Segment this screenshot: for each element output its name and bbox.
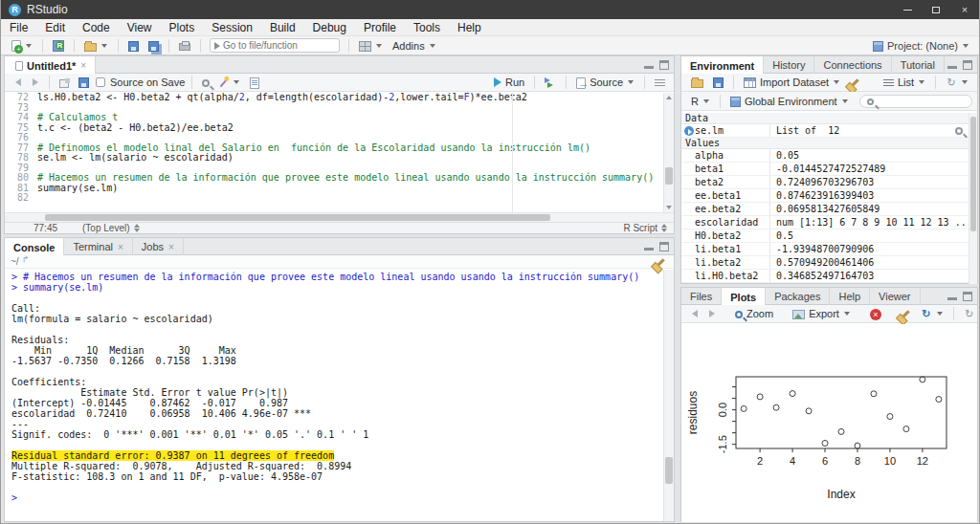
previous-plot-button[interactable] bbox=[686, 305, 703, 322]
zoom-plot-button[interactable]: Zoom bbox=[730, 305, 778, 322]
maximize-pane-icon[interactable] bbox=[963, 292, 972, 301]
export-plot-button[interactable]: Export bbox=[788, 305, 856, 322]
maximize-pane-icon[interactable] bbox=[659, 242, 669, 251]
editor-horizontal-scrollbar[interactable] bbox=[5, 212, 674, 222]
save-all-button[interactable] bbox=[144, 37, 164, 55]
print-button[interactable] bbox=[174, 37, 195, 55]
tab-connections[interactable]: Connections bbox=[814, 56, 891, 74]
compile-report-button[interactable] bbox=[245, 74, 264, 91]
console-scrollbar[interactable] bbox=[663, 270, 674, 521]
clear-plots-button[interactable] bbox=[896, 305, 916, 322]
tab-terminal[interactable]: Terminal× bbox=[64, 238, 132, 255]
editor-vertical-scrollbar[interactable] bbox=[663, 93, 674, 212]
load-workspace-button[interactable] bbox=[686, 74, 708, 91]
open-file-button[interactable] bbox=[79, 37, 113, 55]
environment-variable-row[interactable]: ee.beta10.874623916399403 bbox=[681, 189, 969, 203]
tab-untitled1[interactable]: Untitled1* × bbox=[5, 56, 96, 75]
show-in-window-button[interactable] bbox=[55, 74, 74, 91]
environment-scrollbar[interactable] bbox=[969, 113, 977, 284]
publish-button[interactable]: ↻ bbox=[916, 305, 948, 322]
menu-build[interactable]: Build bbox=[261, 19, 304, 36]
next-plot-button[interactable] bbox=[703, 305, 721, 322]
environment-variable-row[interactable]: ee.beta20.0695813427605849 bbox=[681, 203, 969, 216]
run-button[interactable]: Run bbox=[489, 74, 529, 91]
maximize-pane-icon[interactable] bbox=[963, 60, 972, 70]
document-outline-button[interactable] bbox=[650, 74, 670, 91]
goto-directory-icon[interactable] bbox=[22, 258, 30, 266]
list-view-button[interactable]: List bbox=[879, 74, 930, 91]
environment-variable-row[interactable]: beta1-0.0144527472527489 bbox=[681, 163, 969, 176]
source-button[interactable]: Source bbox=[571, 74, 639, 91]
environment-variable-row[interactable]: escolaridadnum [1:13] 6 7 8 9 10 11 12 1… bbox=[681, 216, 969, 229]
close-tab-icon[interactable]: × bbox=[80, 60, 86, 71]
restore-button[interactable] bbox=[922, 0, 950, 19]
tab-files[interactable]: Files bbox=[681, 288, 722, 305]
refresh-environment-button[interactable]: ↻ bbox=[941, 74, 973, 91]
tab-console[interactable]: Console bbox=[5, 238, 64, 256]
menu-profile[interactable]: Profile bbox=[355, 19, 405, 36]
remove-plot-button[interactable]: × bbox=[865, 305, 886, 322]
menu-tools[interactable]: Tools bbox=[405, 19, 449, 36]
language-selector[interactable]: R bbox=[686, 93, 715, 110]
find-replace-button[interactable] bbox=[197, 74, 214, 91]
menu-view[interactable]: View bbox=[119, 19, 161, 36]
source-on-save-checkbox[interactable] bbox=[96, 77, 105, 87]
save-button[interactable] bbox=[123, 37, 144, 55]
forward-button[interactable] bbox=[27, 74, 44, 91]
inspect-object-icon[interactable] bbox=[955, 127, 963, 135]
workspace-panes-button[interactable] bbox=[354, 37, 388, 55]
new-project-button[interactable] bbox=[48, 37, 69, 55]
environment-search[interactable] bbox=[859, 95, 972, 108]
environment-scope-selector[interactable]: Global Environment bbox=[725, 93, 854, 110]
back-button[interactable] bbox=[10, 74, 27, 91]
expand-object-icon[interactable] bbox=[684, 126, 694, 136]
code-editor[interactable]: 72ls.H0.beta2 <- H0.beta2 + qt(alpha/2, … bbox=[5, 93, 674, 212]
tab-environment[interactable]: Environment bbox=[681, 56, 764, 75]
code-tools-button[interactable] bbox=[214, 74, 245, 91]
import-dataset-button[interactable]: Import Dataset bbox=[739, 74, 845, 91]
environment-variable-list[interactable]: Datase.lmList of 12Valuesalpha0.05beta1-… bbox=[681, 113, 969, 283]
menu-debug[interactable]: Debug bbox=[304, 19, 355, 36]
environment-search-input[interactable] bbox=[876, 97, 967, 106]
menu-session[interactable]: Session bbox=[203, 19, 261, 36]
environment-variable-row[interactable]: se.lmList of 12 bbox=[681, 124, 969, 138]
tab-help[interactable]: Help bbox=[830, 288, 870, 305]
goto-file-search[interactable] bbox=[210, 38, 340, 53]
close-icon[interactable]: × bbox=[168, 242, 174, 252]
minimize-pane-icon[interactable] bbox=[947, 294, 957, 300]
goto-file-input[interactable] bbox=[223, 40, 328, 51]
environment-variable-row[interactable]: H0.beta20.5 bbox=[681, 229, 969, 243]
tab-tutorial[interactable]: Tutorial bbox=[892, 56, 945, 74]
tab-plots[interactable]: Plots bbox=[722, 288, 766, 306]
menu-plots[interactable]: Plots bbox=[161, 19, 204, 36]
menu-edit[interactable]: Edit bbox=[36, 19, 74, 36]
tab-history[interactable]: History bbox=[764, 56, 814, 74]
tab-viewer[interactable]: Viewer bbox=[870, 288, 920, 305]
project-menu-button[interactable]: Project: (None) bbox=[871, 40, 971, 52]
addins-button[interactable]: Addins bbox=[388, 37, 441, 55]
minimize-pane-icon[interactable] bbox=[644, 62, 654, 69]
rerun-button[interactable] bbox=[540, 74, 561, 91]
menu-code[interactable]: Code bbox=[74, 19, 119, 36]
file-type-selector[interactable]: R Script bbox=[623, 223, 668, 233]
clear-console-icon[interactable] bbox=[657, 258, 664, 266]
close-icon[interactable]: × bbox=[118, 242, 123, 252]
close-button[interactable]: × bbox=[950, 0, 979, 19]
tab-packages[interactable]: Packages bbox=[766, 288, 830, 305]
environment-variable-row[interactable]: beta20.724096703296703 bbox=[681, 176, 969, 189]
environment-variable-row[interactable]: li.H0.beta20.346852497164703 bbox=[681, 270, 969, 283]
minimize-pane-icon[interactable] bbox=[947, 62, 957, 69]
menu-help[interactable]: Help bbox=[449, 19, 490, 36]
scope-selector[interactable]: (Top Level) bbox=[82, 223, 140, 233]
new-file-button[interactable] bbox=[7, 37, 37, 55]
environment-variable-row[interactable]: li.beta1-1.93948700790906 bbox=[681, 243, 969, 256]
environment-variable-row[interactable]: alpha0.05 bbox=[681, 149, 969, 163]
save-source-button[interactable] bbox=[74, 74, 94, 91]
environment-variable-row[interactable]: li.beta20.570949200461406 bbox=[681, 256, 969, 270]
menu-file[interactable]: File bbox=[1, 19, 36, 36]
maximize-pane-icon[interactable] bbox=[659, 60, 669, 70]
console-output[interactable]: > # Hacemos un resumen de la información… bbox=[5, 270, 663, 520]
clear-environment-button[interactable] bbox=[845, 74, 865, 91]
refresh-plot-button[interactable]: ↻ bbox=[959, 305, 980, 322]
minimize-pane-icon[interactable] bbox=[644, 244, 654, 251]
